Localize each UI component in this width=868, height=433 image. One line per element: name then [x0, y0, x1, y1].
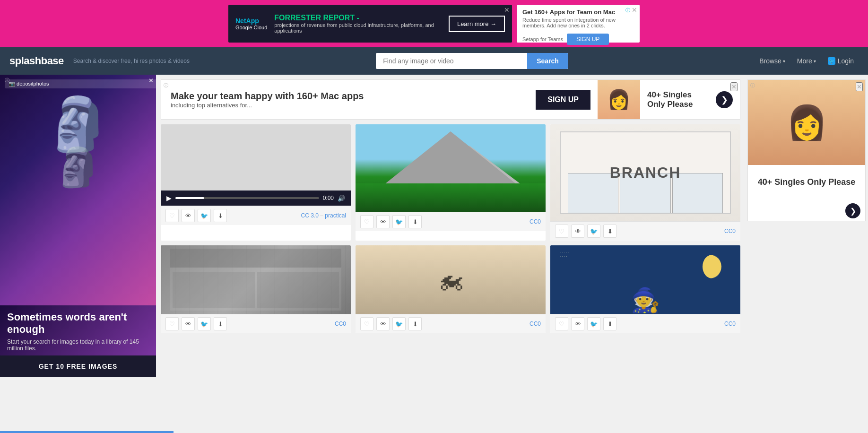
like-button-3[interactable]: ♡ — [555, 225, 568, 238]
mid-ad-close[interactable]: ✕ — [730, 82, 738, 91]
download-button-3[interactable]: ⬇ — [603, 225, 616, 238]
share-button-3[interactable]: 🐦 — [587, 225, 600, 238]
volume-icon[interactable]: 🔊 — [338, 195, 345, 202]
view-button-5[interactable]: 👁 — [376, 317, 390, 330]
sidebar-ad-info: ⓘ — [5, 77, 9, 84]
top-right-signup-button[interactable]: SIGN UP — [567, 34, 609, 45]
download-button-2[interactable]: ⬇ — [408, 215, 422, 228]
video-controls: ▶ 0:00 🔊 — [161, 191, 351, 206]
moon-scene-image[interactable]: · · · · ·· · · · 🧙 — [550, 245, 740, 314]
trees-row — [356, 183, 546, 212]
navbar-tagline: Search & discover free, hi res photos & … — [73, 58, 190, 64]
download-button-5[interactable]: ⬇ — [408, 317, 422, 330]
play-button[interactable]: ▶ — [166, 194, 172, 202]
share-button-5[interactable]: 🐦 — [392, 317, 406, 330]
license-tag-3: CC0 — [724, 228, 736, 234]
image-grid: ▶ 0:00 🔊 ♡ 👁 🐦 ⬇ CC 3.0 – practical — [161, 124, 740, 333]
right-ad-info: ⓘ — [750, 82, 755, 89]
netapp-logo: NetApp Google Cloud — [235, 17, 267, 30]
mid-ad-text: Make your team happy with 160+ Mac apps … — [161, 86, 536, 113]
view-button-4[interactable]: 👁 — [182, 317, 195, 330]
top-left-ad-close[interactable]: ✕ — [504, 6, 510, 14]
login-button[interactable]: 🐦 Login — [823, 55, 859, 67]
sidebar-ad-headline: Sometimes words aren't enough — [7, 311, 149, 336]
sidebar-ad-close[interactable]: ✕ — [148, 77, 154, 84]
right-ad-inner: ⓘ ✕ 👩 40+ Singles Only Please ❯ — [747, 79, 866, 221]
image-card-2: ♡ 👁 🐦 ⬇ CC0 — [356, 124, 546, 241]
statue-emoji-2: 🗿 — [54, 145, 102, 190]
license-tag-6: CC0 — [724, 320, 736, 327]
mid-ad-signup-button[interactable]: SIGN UP — [536, 90, 590, 110]
bw-office-image[interactable] — [161, 245, 351, 314]
search-bar: Search — [376, 53, 568, 69]
branch-store-inner: BRANCH — [560, 131, 731, 214]
view-button-6[interactable]: 👁 — [571, 317, 584, 330]
view-button-2[interactable]: 👁 — [376, 215, 390, 228]
mid-ad-arrow-button[interactable]: ❯ — [716, 91, 733, 108]
image-card-1: ▶ 0:00 🔊 ♡ 👁 🐦 ⬇ CC 3.0 – practical — [161, 124, 351, 241]
share-button-2[interactable]: 🐦 — [392, 215, 406, 228]
share-button-6[interactable]: 🐦 — [587, 317, 600, 330]
mid-ad-person-visual: 👩 — [598, 79, 640, 120]
top-ad-bar: ✕ NetApp Google Cloud FORRESTER REPORT -… — [0, 0, 868, 47]
view-button-1[interactable]: 👁 — [182, 209, 195, 222]
top-right-ad-info: ⓘ — [625, 7, 630, 14]
progress-bar[interactable] — [175, 197, 319, 199]
browse-button[interactable]: Browse▾ — [755, 55, 790, 67]
bw-office-inner — [161, 245, 351, 314]
image-card-3: BRANCH ♡ 👁 🐦 ⬇ CC0 — [550, 124, 740, 241]
top-right-ad-close[interactable]: ✕ — [632, 6, 637, 14]
sidebar-ad-visual: 🗿 🗿 — [0, 75, 156, 305]
image-card-6: · · · · ·· · · · 🧙 ♡ 👁 🐦 ⬇ CC0 — [550, 245, 740, 333]
right-ad-headline: 40+ Singles Only Please — [755, 177, 858, 188]
get-free-images-button[interactable]: GET 10 FREE IMAGES — [0, 355, 156, 377]
right-ad-arrow-row: ❯ — [748, 199, 865, 221]
mid-ad-headline: Make your team happy with 160+ Mac apps — [171, 91, 526, 102]
twitter-icon: 🐦 — [828, 57, 835, 65]
share-button-4[interactable]: 🐦 — [198, 317, 211, 330]
more-chevron-icon: ▾ — [814, 59, 816, 64]
site-logo[interactable]: splashbase — [9, 55, 64, 67]
view-button-3[interactable]: 👁 — [571, 225, 584, 238]
download-button-6[interactable]: ⬇ — [603, 317, 616, 330]
image-card-3-actions: ♡ 👁 🐦 ⬇ CC0 — [550, 221, 740, 241]
mountain-image[interactable] — [356, 124, 546, 212]
like-button-1[interactable]: ♡ — [165, 209, 179, 222]
mid-ad-subtext: including top alternatives for... — [171, 102, 526, 109]
more-button[interactable]: More▾ — [792, 55, 821, 67]
branch-text: BRANCH — [610, 164, 681, 182]
like-button-6[interactable]: ♡ — [555, 317, 568, 330]
share-button-1[interactable]: 🐦 — [198, 209, 211, 222]
moon-crescent — [698, 255, 721, 278]
download-button-1[interactable]: ⬇ — [214, 209, 227, 222]
download-button-4[interactable]: ⬇ — [214, 317, 227, 330]
like-button-4[interactable]: ♡ — [165, 317, 179, 330]
right-ad-arrow-button[interactable]: ❯ — [845, 203, 860, 218]
branch-store-image[interactable]: BRANCH — [550, 124, 740, 221]
ad-headline: FORRESTER REPORT - — [274, 14, 449, 22]
like-button-2[interactable]: ♡ — [360, 215, 373, 228]
sidebar-ad-image-area: 📷 depositphotos 🗿 🗿 — [0, 75, 156, 305]
right-ad-close[interactable]: ✕ — [856, 82, 863, 91]
image-card-4-actions: ♡ 👁 🐦 ⬇ CC0 — [161, 314, 351, 333]
search-input[interactable] — [376, 53, 527, 69]
navbar-right: Browse▾ More▾ 🐦 Login — [755, 55, 859, 67]
license-tag-2: CC0 — [529, 218, 541, 225]
search-button[interactable]: Search — [527, 53, 568, 69]
right-ad-person: 👩 — [748, 80, 865, 165]
image-card-1-actions: ♡ 👁 🐦 ⬇ CC 3.0 – practical — [161, 206, 351, 225]
mid-ad-info: ⓘ — [164, 82, 168, 89]
image-card-4: ♡ 👁 🐦 ⬇ CC0 — [161, 245, 351, 333]
mid-ad-right-headline: 40+ Singles Only Please — [647, 90, 709, 109]
learn-more-button[interactable]: Learn more → — [449, 16, 505, 32]
progress-fill — [175, 197, 204, 199]
sidebar-ad: ✕ ⓘ 📷 depositphotos 🗿 🗿 Sometimes words … — [0, 75, 156, 377]
main-content: ✕ ⓘ 📷 depositphotos 🗿 🗿 Sometimes words … — [0, 75, 868, 433]
top-right-ad-subtext: Reduce time spent on integration of new … — [522, 17, 634, 28]
mid-ad-right-text: 40+ Singles Only Please — [640, 86, 716, 114]
right-ad: ⓘ ✕ 👩 40+ Singles Only Please ❯ — [745, 75, 868, 433]
like-button-5[interactable]: ♡ — [360, 317, 373, 330]
bw-motorcycle-image[interactable]: 🏍 — [356, 245, 546, 314]
scroll-indicator — [0, 431, 174, 433]
right-ad-text: 40+ Singles Only Please — [748, 165, 865, 199]
